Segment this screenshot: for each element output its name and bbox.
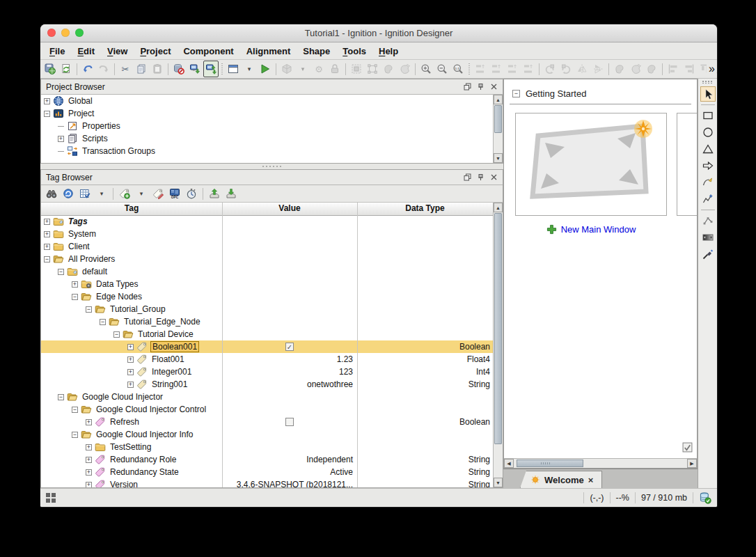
- size-match-button[interactable]: [473, 61, 488, 77]
- pencil-tool[interactable]: [700, 191, 716, 207]
- add-tag-dropdown[interactable]: ▾: [134, 185, 149, 202]
- expand-toggle[interactable]: −: [86, 306, 92, 313]
- cut-button[interactable]: ✂: [118, 61, 133, 77]
- redo-button[interactable]: [96, 61, 111, 77]
- db-pending-changes-button[interactable]: [171, 61, 187, 77]
- panel-splitter[interactable]: [40, 164, 503, 169]
- tag-row-default[interactable]: −default: [41, 265, 493, 278]
- value-cell[interactable]: Active: [222, 466, 357, 478]
- menu-shape[interactable]: Shape: [297, 46, 336, 56]
- menu-help[interactable]: Help: [372, 46, 404, 56]
- title-bar[interactable]: Tutorial1 - Ignition - Ignition Designer: [40, 24, 717, 42]
- tab-welcome[interactable]: Welcome ×: [520, 471, 602, 488]
- memory-usage[interactable]: 97 / 910 mb: [641, 493, 687, 503]
- expand-toggle[interactable]: +: [86, 457, 92, 463]
- expand-toggle[interactable]: +: [86, 469, 92, 476]
- scrollbar-thumb[interactable]: [517, 460, 583, 467]
- group-dropdown[interactable]: ▾: [295, 61, 310, 77]
- tag-row-tags[interactable]: +Tags: [41, 215, 493, 228]
- menu-tools[interactable]: Tools: [336, 46, 372, 56]
- tag-row-google-cloud-injector-control[interactable]: −Google Cloud Injector Control: [41, 403, 493, 416]
- scroll-down-button[interactable]: ▼: [494, 478, 503, 487]
- gateway-connection-icon[interactable]: [699, 492, 711, 504]
- align-left-button[interactable]: [666, 61, 681, 77]
- close-panel-button[interactable]: [490, 83, 498, 91]
- selection-tool[interactable]: [700, 86, 716, 102]
- tag-report-button[interactable]: [77, 185, 93, 202]
- add-tag-button[interactable]: [117, 185, 132, 202]
- tag-row-google-cloud-injector[interactable]: −Google Cloud Injector: [41, 391, 493, 403]
- shape-intersect-button[interactable]: [644, 61, 659, 77]
- tag-row-tutorial-device[interactable]: −Tutorial Device: [41, 328, 493, 340]
- scroll-up-button[interactable]: ▲: [494, 203, 503, 212]
- size-width-button[interactable]: [489, 61, 504, 77]
- rotate-ccw-button[interactable]: [542, 61, 558, 77]
- tag-row-all-providers[interactable]: −All Providers: [41, 253, 493, 265]
- update-project-button[interactable]: [58, 61, 74, 77]
- project-tree-item-transaction-groups[interactable]: Transaction Groups: [41, 145, 503, 157]
- rectangle-tool[interactable]: [700, 108, 716, 123]
- pin-panel-button[interactable]: [477, 173, 485, 181]
- tag-row-data-types[interactable]: +Data Types: [41, 278, 493, 290]
- expand-toggle[interactable]: +: [44, 231, 50, 237]
- menu-alignment[interactable]: Alignment: [240, 46, 297, 56]
- pen-tool[interactable]: [700, 175, 716, 190]
- tag-row-boolean001[interactable]: +Boolean001✓Boolean: [41, 340, 493, 353]
- size-height-button[interactable]: [505, 61, 520, 77]
- zoom-out-button[interactable]: [434, 61, 450, 77]
- palette-drag-handle[interactable]: [702, 81, 713, 84]
- close-window-button[interactable]: [47, 29, 56, 37]
- scroll-right-button[interactable]: ▶: [687, 459, 697, 468]
- value-cell[interactable]: Independent: [222, 453, 357, 466]
- menu-file[interactable]: File: [43, 46, 71, 56]
- new-window-card[interactable]: [515, 113, 667, 216]
- partial-card[interactable]: [677, 113, 697, 216]
- expand-toggle[interactable]: +: [44, 98, 50, 104]
- flip-vertical-button[interactable]: [590, 61, 606, 77]
- undo-button[interactable]: [80, 61, 95, 77]
- expand-toggle[interactable]: +: [86, 482, 92, 488]
- tag-report-dropdown[interactable]: ▾: [94, 185, 109, 202]
- expand-toggle[interactable]: +: [127, 369, 134, 375]
- expand-toggle[interactable]: +: [58, 136, 64, 142]
- zoom-in-button[interactable]: [418, 61, 434, 77]
- tag-row-tutorial-group[interactable]: −Tutorial_Group: [41, 303, 493, 315]
- arrow-tool[interactable]: [700, 158, 716, 173]
- refresh-rate-button[interactable]: [184, 185, 199, 202]
- project-browser-scrollbar[interactable]: ▲ ▼: [493, 95, 503, 163]
- tag-row-tutorial-edge-node[interactable]: −Tutorial_Edge_Node: [41, 315, 493, 328]
- expand-toggle[interactable]: −: [72, 294, 78, 300]
- project-tree-item-properties[interactable]: Properties: [41, 120, 503, 132]
- rotate-cw-button[interactable]: [558, 61, 574, 77]
- expand-toggle[interactable]: +: [44, 244, 50, 250]
- expand-toggle[interactable]: −: [44, 111, 50, 117]
- refresh-tags-button[interactable]: [61, 185, 76, 202]
- zoom-actual-button[interactable]: 1:1: [450, 61, 466, 77]
- shape-union-button[interactable]: [612, 61, 627, 77]
- lock-button[interactable]: [327, 61, 342, 77]
- tag-row-integer001[interactable]: +Integer001123Int4: [41, 366, 493, 378]
- expand-toggle[interactable]: +: [86, 444, 92, 450]
- expand-toggle[interactable]: +: [127, 356, 134, 363]
- staging-grid-icon[interactable]: [46, 493, 56, 503]
- open-window-button[interactable]: [226, 61, 241, 77]
- expand-toggle[interactable]: −: [58, 394, 64, 400]
- close-panel-button[interactable]: [490, 173, 498, 181]
- tag-row-testsetting[interactable]: +TestSetting: [41, 441, 493, 453]
- value-cell[interactable]: onetwothree: [222, 378, 357, 391]
- browse-tags-button[interactable]: [44, 185, 59, 202]
- new-main-window-link[interactable]: New Main Window: [515, 224, 667, 235]
- tag-row-redundancy-state[interactable]: +Redundancy StateActiveString: [41, 466, 493, 478]
- align-right-button[interactable]: [682, 61, 697, 77]
- expand-toggle[interactable]: +: [44, 219, 50, 225]
- pin-panel-button[interactable]: [477, 83, 485, 91]
- gradient-tool[interactable]: [700, 230, 716, 245]
- menu-component[interactable]: Component: [177, 46, 239, 56]
- tag-row-string001[interactable]: +String001onetwothreeString: [41, 378, 493, 391]
- paste-button[interactable]: [150, 61, 165, 77]
- tag-row-refresh[interactable]: +RefreshBoolean: [41, 416, 493, 428]
- value-cell[interactable]: ✓: [222, 340, 357, 353]
- toolbar-overflow-chevron[interactable]: »: [707, 63, 715, 75]
- project-tree-item-global[interactable]: +Global: [41, 95, 503, 107]
- expand-toggle[interactable]: −: [72, 432, 78, 438]
